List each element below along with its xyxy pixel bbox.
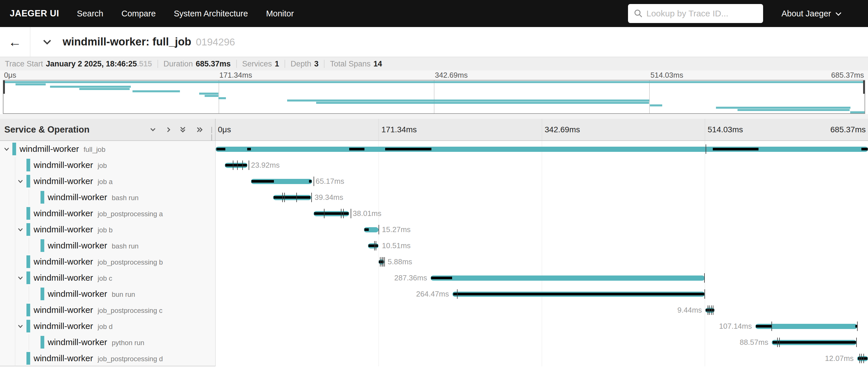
span-row-timeline[interactable]: 15.27ms <box>216 222 868 237</box>
span-duration-label: 287.36ms <box>394 270 427 286</box>
indent-guide <box>15 189 15 205</box>
indent-guide <box>15 302 15 318</box>
service-color-swatch <box>26 271 30 284</box>
span-row-timeline[interactable]: 9.44ms <box>216 302 868 318</box>
column-resize-handle[interactable] <box>211 127 214 134</box>
operation-name: job <box>98 162 107 169</box>
chevron-down-icon[interactable] <box>17 226 24 235</box>
span-row-timeline[interactable]: 23.92ms <box>216 157 868 173</box>
chevron-down-icon <box>148 125 157 134</box>
expand-all-button[interactable] <box>195 125 204 134</box>
minimap-span-bar <box>205 95 219 97</box>
span-row-timeline[interactable]: 39.34ms <box>216 189 868 205</box>
chevron-down-icon[interactable] <box>17 275 24 283</box>
service-name: windmill-workerbash run <box>48 189 138 205</box>
span-row-name[interactable]: windmill-workerjob c <box>0 270 215 286</box>
span-row-name[interactable]: windmill-workerpython run <box>0 334 215 350</box>
span-log-tick <box>779 338 780 347</box>
span-event-segment <box>216 148 226 150</box>
minimap-span-bar <box>3 81 865 83</box>
span-log-tick <box>382 257 382 267</box>
span-log-tick <box>706 144 706 154</box>
span-row-name[interactable]: windmill-workerjob <box>0 157 215 173</box>
indent-guide <box>29 189 29 205</box>
service-name: windmill-workerjob_postprocessing d <box>34 350 163 366</box>
minimap-axis: 0μs 171.34ms 342.69ms 514.03ms 685.37ms <box>0 70 868 80</box>
service-name: windmill-workerjob a <box>34 173 113 189</box>
span-log-tick <box>711 306 712 315</box>
operation-name: python run <box>112 339 144 347</box>
span-duration-label: 15.27ms <box>382 222 411 237</box>
indent-guide <box>15 157 15 173</box>
double-chevron-down-icon <box>178 125 187 134</box>
expand-one-button[interactable] <box>164 125 173 134</box>
span-row-name[interactable]: windmill-workerbash run <box>0 237 215 254</box>
span-row-timeline[interactable]: 10.51ms <box>216 237 868 254</box>
gridline <box>378 119 379 140</box>
nav-item-monitor[interactable]: Monitor <box>266 9 294 19</box>
top-nav: JAEGER UI Search Compare System Architec… <box>0 0 868 27</box>
span-row-timeline[interactable]: 65.17ms <box>216 173 868 189</box>
chevron-down-icon[interactable] <box>17 178 24 186</box>
span-duration-label: 264.47ms <box>416 286 449 302</box>
span-row-timeline[interactable]: 88.57ms <box>216 334 868 350</box>
service-color-swatch <box>40 191 44 204</box>
trace-collapse-toggle[interactable] <box>41 36 54 50</box>
chevron-down-icon[interactable] <box>3 145 10 154</box>
span-rows: windmill-workerfull_jobwindmill-workerjo… <box>0 141 868 366</box>
trace-name: windmill-worker: full_job <box>63 36 191 48</box>
span-log-tick <box>777 338 778 347</box>
operation-name: bash run <box>112 242 138 250</box>
timeline-tick-4: 685.37ms <box>830 119 866 140</box>
span-row-name[interactable]: windmill-workerjob_postprocessing a <box>0 205 215 222</box>
span-row-timeline[interactable]: 38.01ms <box>216 205 868 222</box>
span-bar[interactable] <box>216 147 868 152</box>
span-duration-label: 88.57ms <box>740 334 768 350</box>
span-row-name[interactable]: windmill-workerbash run <box>0 189 215 205</box>
minimap-gridline <box>434 81 434 113</box>
indent-guide <box>15 222 15 237</box>
operation-name: job_postprocessing b <box>98 258 163 266</box>
trace-id-lookup-input[interactable]: Lookup by Trace ID... <box>628 4 763 23</box>
span-row-timeline[interactable]: 12.07ms <box>216 350 868 366</box>
collapse-all-button[interactable] <box>178 125 187 134</box>
service-color-swatch <box>26 255 30 268</box>
span-row-timeline[interactable]: 264.47ms <box>216 286 868 302</box>
span-row-timeline[interactable]: 5.88ms <box>216 254 868 270</box>
minimap-span-bar <box>218 97 226 99</box>
about-jaeger-menu[interactable]: About Jaeger <box>781 0 840 27</box>
span-row-name[interactable]: windmill-workerbun run <box>0 286 215 302</box>
minimap-span-bar <box>287 99 649 102</box>
minimap-left-handle[interactable] <box>3 81 5 94</box>
service-color-swatch <box>26 159 30 171</box>
span-duration-label: 5.88ms <box>388 254 412 270</box>
minimap-right-handle[interactable] <box>863 81 865 94</box>
nav-item-search[interactable]: Search <box>77 9 103 19</box>
timeline-header: Service & Operation 0μs 171.34ms 342.69m… <box>0 119 868 141</box>
service-name: windmill-workerpython run <box>48 334 144 350</box>
trace-start-label: Trace Start <box>5 60 43 68</box>
trace-minimap[interactable] <box>3 80 865 114</box>
timeline-tick-2: 342.69ms <box>545 119 580 140</box>
collapse-one-button[interactable] <box>148 125 157 134</box>
span-row-name[interactable]: windmill-workerjob_postprocessing c <box>0 302 215 318</box>
chevron-down-icon[interactable] <box>17 323 24 331</box>
span-event-segment <box>309 180 312 183</box>
back-button[interactable]: ← <box>0 27 30 57</box>
span-row-name[interactable]: windmill-workerjob a <box>0 173 215 189</box>
span-row-name[interactable]: windmill-workerfull_job <box>0 141 215 157</box>
duration-label: Duration <box>163 60 193 68</box>
span-duration-label: 107.14ms <box>719 318 752 334</box>
span-row-name[interactable]: windmill-workerjob d <box>0 318 215 334</box>
span-bar[interactable] <box>431 276 705 281</box>
span-row-name[interactable]: windmill-workerjob_postprocessing b <box>0 254 215 270</box>
span-row-timeline[interactable] <box>216 141 868 157</box>
span-row-timeline[interactable]: 107.14ms <box>216 318 868 334</box>
nav-item-compare[interactable]: Compare <box>122 9 156 19</box>
nav-item-system-architecture[interactable]: System Architecture <box>174 9 248 19</box>
span-row-name[interactable]: windmill-workerjob b <box>0 222 215 237</box>
span-row-name[interactable]: windmill-workerjob_postprocessing d <box>0 350 215 366</box>
indent-guide <box>15 254 15 270</box>
span-row-timeline[interactable]: 287.36ms <box>216 270 868 286</box>
trace-id-lookup-placeholder: Lookup by Trace ID... <box>646 9 728 19</box>
